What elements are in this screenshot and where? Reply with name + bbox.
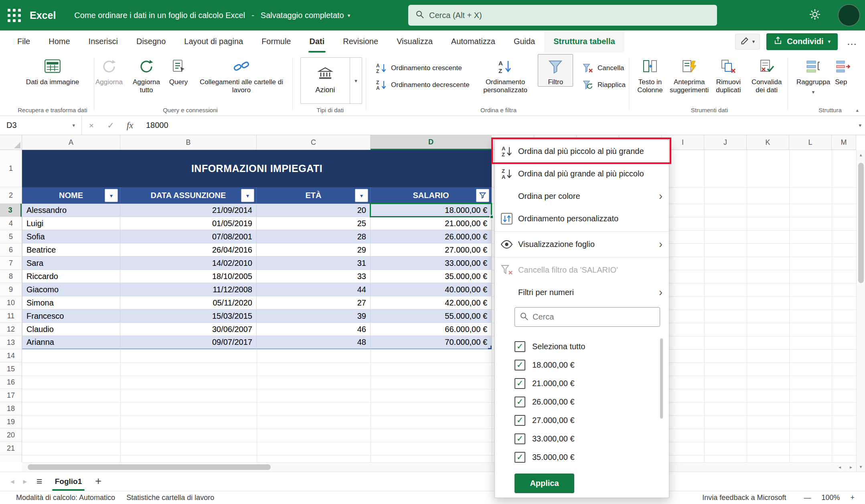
riapplica-filtro-button[interactable]: Riapplica <box>579 77 629 93</box>
cell-D7[interactable]: 33.000,00 € <box>371 257 492 270</box>
tab-automatizza[interactable]: Automatizza <box>442 30 504 53</box>
filter-checkbox-18-000-00[interactable]: ✓18.000,00 € <box>515 357 575 373</box>
filter-checkbox-27-000-00[interactable]: ✓27.000,00 € <box>515 412 575 428</box>
menu-item-visualizzazione-foglio[interactable]: Visualizzazione foglio› <box>495 233 669 255</box>
filter-search-box[interactable] <box>515 307 660 327</box>
column-header-K[interactable]: K <box>747 135 789 150</box>
horizontal-scrollbar[interactable]: ◂ ▸ <box>22 462 856 472</box>
cell-B5[interactable]: 07/08/2001 <box>120 230 257 243</box>
cell-A3[interactable]: Alessandro <box>22 204 120 217</box>
previous-sheet-icon[interactable]: ◂ <box>7 477 18 486</box>
cancella-filtro-button[interactable]: Cancella <box>579 61 629 76</box>
cell-C10[interactable]: 27 <box>257 296 371 310</box>
raggruppa-button[interactable]: Raggruppa ▾ <box>794 54 833 95</box>
workbook-statistics[interactable]: Statistiche cartella di lavoro <box>126 494 214 502</box>
scroll-right-icon[interactable]: ▸ <box>846 463 856 472</box>
confirm-entry-icon[interactable]: ✓ <box>101 121 120 130</box>
cell-C5[interactable]: 28 <box>257 230 371 243</box>
filter-checkbox-33-000-00[interactable]: ✓33.000,00 € <box>515 431 575 447</box>
column-header-C[interactable]: C <box>257 135 371 150</box>
cancel-entry-icon[interactable]: × <box>82 121 101 130</box>
row-header-19[interactable]: 19 <box>0 415 22 429</box>
ordinamento-crescente-button[interactable]: AZ Ordinamento crescente <box>372 61 473 76</box>
row-header-9[interactable]: 9 <box>0 283 22 296</box>
row-header-15[interactable]: 15 <box>0 362 22 376</box>
tab-dati[interactable]: Dati <box>300 30 334 53</box>
cell-B12[interactable]: 30/06/2007 <box>120 323 257 336</box>
row-header-1[interactable]: 1 <box>0 150 22 187</box>
ordinamento-personalizzato-button[interactable]: AZ Ordinamento personalizzato <box>478 54 533 94</box>
row-header-16[interactable]: 16 <box>0 376 22 389</box>
header-cell-et[interactable]: ETÀ▾ <box>257 187 371 204</box>
scroll-down-icon[interactable]: ▾ <box>857 462 865 472</box>
row-header-14[interactable]: 14 <box>0 349 22 362</box>
ordinamento-decrescente-button[interactable]: ZA Ordinamento decrescente <box>372 77 473 93</box>
sheet-tab-foglio1[interactable]: Foglio1 <box>49 472 88 491</box>
row-header-17[interactable]: 17 <box>0 389 22 402</box>
testo-in-colonne-button[interactable]: Testo in Colonne <box>633 54 667 94</box>
filter-checkbox-seleziona-tutto[interactable]: ✓Seleziona tutto <box>515 338 585 354</box>
cell-A6[interactable]: Beatrice <box>22 243 120 257</box>
app-launcher-button[interactable] <box>0 0 28 30</box>
cell-B10[interactable]: 05/11/2020 <box>120 296 257 310</box>
cell-B3[interactable]: 21/09/2014 <box>120 204 257 217</box>
cell-D6[interactable]: 27.000,00 € <box>371 243 492 257</box>
cell-C4[interactable]: 25 <box>257 217 371 230</box>
topbar-search-input[interactable] <box>429 11 710 20</box>
cell-B13[interactable]: 09/07/2017 <box>120 336 257 349</box>
cell-C7[interactable]: 31 <box>257 257 371 270</box>
column-header-J[interactable]: J <box>704 135 747 150</box>
row-header-11[interactable]: 11 <box>0 310 22 323</box>
cell-A9[interactable]: Giacomo <box>22 283 120 296</box>
cell-D10[interactable]: 42.000,00 € <box>371 296 492 310</box>
cell-D11[interactable]: 55.000,00 € <box>371 310 492 323</box>
zoom-level[interactable]: 100% <box>821 494 840 502</box>
vertical-scrollbar-thumb[interactable] <box>858 163 864 283</box>
all-sheets-icon[interactable]: ≡ <box>32 476 47 487</box>
filter-list-scrollbar[interactable] <box>660 338 663 419</box>
table-resize-handle[interactable] <box>488 346 492 349</box>
cell-A7[interactable]: Sara <box>22 257 120 270</box>
dati-da-immagine-button[interactable]: Dati da immagine <box>22 54 83 87</box>
next-sheet-icon[interactable]: ▸ <box>20 477 30 486</box>
aggiorna-button[interactable]: Aggiorna <box>91 54 128 87</box>
cell-C11[interactable]: 39 <box>257 310 371 323</box>
cell-A10[interactable]: Simona <box>22 296 120 310</box>
send-feedback-link[interactable]: Invia feedback a Microsoft <box>702 494 786 502</box>
aggiorna-tutto-button[interactable]: Aggiorna tutto <box>128 54 165 94</box>
cell-D5[interactable]: 26.000,00 € <box>371 230 492 243</box>
scroll-left-icon[interactable]: ◂ <box>835 463 845 472</box>
row-header-18[interactable]: 18 <box>0 402 22 415</box>
row-header-21[interactable]: 21 <box>0 442 22 455</box>
filter-checkbox-26-000-00[interactable]: ✓26.000,00 € <box>515 394 575 410</box>
tab-struttura-tabella[interactable]: Struttura tabella <box>544 30 624 53</box>
cell-C9[interactable]: 44 <box>257 283 371 296</box>
cell-B4[interactable]: 01/05/2019 <box>120 217 257 230</box>
cell-A8[interactable]: Riccardo <box>22 270 120 283</box>
horizontal-scrollbar-thumb[interactable] <box>28 464 271 470</box>
cell-D4[interactable]: 21.000,00 € <box>371 217 492 230</box>
apply-button[interactable]: Applica <box>515 474 574 493</box>
tab-visualizza[interactable]: Visualizza <box>387 30 442 53</box>
convalida-dati-button[interactable]: Convalida dei dati <box>745 54 788 94</box>
formula-input[interactable]: 18000 <box>140 121 168 130</box>
topbar-search[interactable] <box>408 5 717 26</box>
separa-button[interactable]: Sep <box>833 54 865 87</box>
header-cell-data-assunzione[interactable]: DATA ASSUNZIONE▾ <box>120 187 257 204</box>
cell-A13[interactable]: Arianna <box>22 336 120 349</box>
tab-revisione[interactable]: Revisione <box>334 30 387 53</box>
select-all-button[interactable] <box>0 135 22 150</box>
document-title[interactable]: Come ordinare i dati in un foglio di cal… <box>74 11 245 20</box>
cell-B11[interactable]: 15/03/2015 <box>120 310 257 323</box>
column-header-B[interactable]: B <box>120 135 257 150</box>
column-header-M[interactable]: M <box>832 135 856 150</box>
anteprima-suggerimenti-button[interactable]: Anteprima suggerimenti <box>667 54 711 94</box>
column-header-D[interactable]: D <box>371 135 492 150</box>
menu-item-ordina-per-colore[interactable]: Ordina per colore› <box>495 185 669 207</box>
settings-button[interactable] <box>802 0 828 30</box>
tab-layout-di-pagina[interactable]: Layout di pagina <box>175 30 252 53</box>
cell-A5[interactable]: Sofia <box>22 230 120 243</box>
filter-checkbox-21-000-00[interactable]: ✓21.000,00 € <box>515 375 575 391</box>
cell-B9[interactable]: 11/12/2008 <box>120 283 257 296</box>
cell-C6[interactable]: 29 <box>257 243 371 257</box>
